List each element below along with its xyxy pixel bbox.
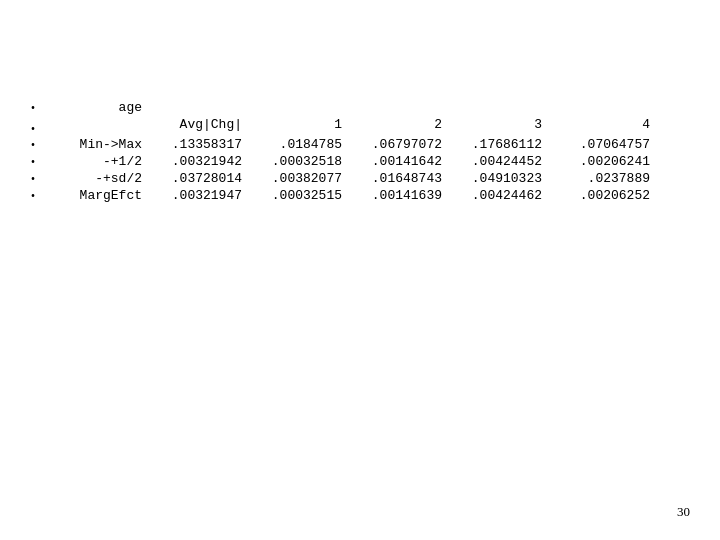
cell-4: .00424452 [450,154,550,169]
cell-3 [350,100,450,115]
bullet-icon: • [30,174,50,185]
cell-5 [550,100,650,115]
bullet-icon: • [30,103,50,114]
bullet-icon: • [30,124,50,135]
row-content: Min->Max.13358317.0184785.06797072.17686… [50,137,690,152]
cell-1: .00321942 [150,154,250,169]
bullet-icon: • [30,140,50,151]
cell-4: .04910323 [450,171,550,186]
cell-3: .00141642 [350,154,450,169]
row-content: -+1/2.00321942.00032518.00141642.0042445… [50,154,690,169]
cell-0: Min->Max [50,137,150,152]
cell-2: .0184785 [250,137,350,152]
cell-5: .07064757 [550,137,650,152]
cell-2 [250,100,350,115]
cell-3: .01648743 [350,171,450,186]
cell-1: .00321947 [150,188,250,203]
cell-2: .00032518 [250,154,350,169]
cell-4: 3 [450,117,550,132]
cell-0: age [50,100,150,115]
table-row: •-+1/2.00321942.00032518.00141642.004244… [30,154,690,169]
cell-3: 2 [350,117,450,132]
row-content: -+sd/2.03728014.00382077.01648743.049103… [50,171,690,186]
cell-1: .13358317 [150,137,250,152]
cell-1: Avg|Chg| [150,117,250,132]
cell-5: .0237889 [550,171,650,186]
cell-5: 4 [550,117,650,132]
table-row: •-+sd/2.03728014.00382077.01648743.04910… [30,171,690,186]
table-row: •Min->Max.13358317.0184785.06797072.1768… [30,137,690,152]
table-row: •age [30,100,690,115]
table-row: •MargEfct.00321947.00032515.00141639.004… [30,188,690,203]
main-content: •age•Avg|Chg|1234•Min->Max.13358317.0184… [30,100,690,203]
row-content: MargEfct.00321947.00032515.00141639.0042… [50,188,690,203]
cell-1: .03728014 [150,171,250,186]
cell-5: .00206241 [550,154,650,169]
page-number: 30 [677,504,690,520]
bullet-icon: • [30,191,50,202]
cell-0 [50,117,150,132]
cell-3: .06797072 [350,137,450,152]
cell-0: -+1/2 [50,154,150,169]
cell-4: .17686112 [450,137,550,152]
cell-4: .00424462 [450,188,550,203]
bullet-icon: • [30,157,50,168]
row-content: age [50,100,690,115]
cell-2: .00032515 [250,188,350,203]
cell-5: .00206252 [550,188,650,203]
cell-0: -+sd/2 [50,171,150,186]
cell-4 [450,100,550,115]
cell-1 [150,100,250,115]
cell-0: MargEfct [50,188,150,203]
cell-2: .00382077 [250,171,350,186]
cell-3: .00141639 [350,188,450,203]
data-table: •age•Avg|Chg|1234•Min->Max.13358317.0184… [30,100,690,203]
row-content: Avg|Chg|1234 [50,117,690,132]
cell-2: 1 [250,117,350,132]
table-row: •Avg|Chg|1234 [30,117,690,135]
